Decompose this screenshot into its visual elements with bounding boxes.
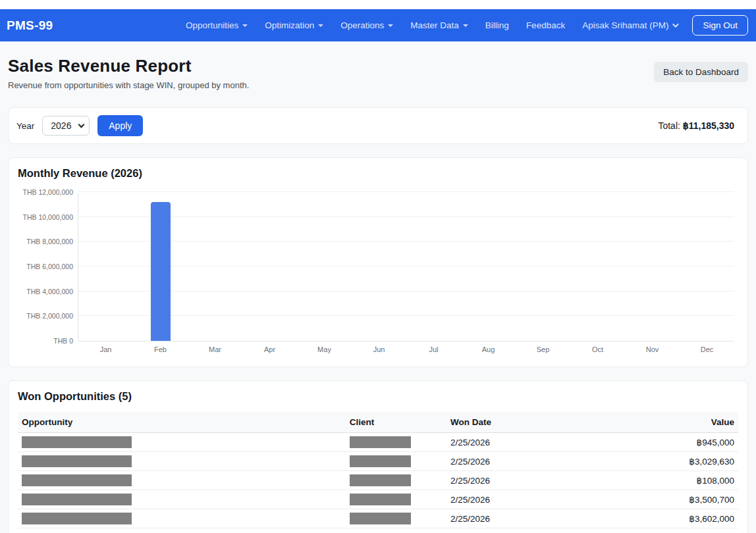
column-header-value: Value: [601, 412, 738, 433]
x-axis-tick-label: Aug: [469, 345, 508, 353]
total-value: ฿11,185,330: [683, 120, 734, 131]
y-axis-tick-label: THB 4,000,000: [14, 288, 73, 295]
cell-value: ฿3,029,630: [601, 452, 738, 471]
won-opportunities-table: Opportunity Client Won Date Value 2/25/2…: [18, 412, 738, 528]
chart-plot-area: THB 0THB 2,000,000THB 4,000,000THB 6,000…: [78, 193, 734, 342]
monthly-revenue-card: Monthly Revenue (2026) THB 0THB 2,000,00…: [8, 157, 748, 367]
cell-value: ฿3,500,700: [601, 490, 738, 509]
table-row: 2/25/2026฿3,500,700: [18, 490, 738, 509]
redacted-client-name: [350, 474, 411, 486]
x-axis-tick-label: Nov: [633, 345, 672, 353]
cell-value: ฿945,000: [601, 433, 738, 452]
x-axis-tick-label: Feb: [141, 345, 180, 353]
page-subtitle: Revenue from opportunities with stage WI…: [8, 80, 249, 90]
x-axis-tick-label: Sep: [524, 345, 563, 353]
nav-item-feedback[interactable]: Feedback: [518, 15, 574, 36]
gridline: [78, 315, 734, 316]
cell-opportunity: [18, 452, 346, 471]
nav-item-label: Billing: [485, 20, 509, 30]
table-body: 2/25/2026฿945,0002/25/2026฿3,029,6302/25…: [18, 433, 738, 528]
cell-opportunity: [18, 471, 346, 490]
navbar: PMS-99 OpportunitiesOptimizationOperatio…: [0, 9, 756, 41]
nav-item-label: Operations: [340, 20, 384, 30]
cell-opportunity: [18, 433, 346, 452]
page-header-text: Sales Revenue Report Revenue from opport…: [8, 56, 249, 90]
y-axis-tick-label: THB 10,000,000: [14, 213, 73, 221]
back-to-dashboard-button[interactable]: Back to Dashboard: [654, 62, 748, 82]
gridline: [78, 216, 734, 217]
navbar-menu: OpportunitiesOptimizationOperationsMaste…: [177, 15, 686, 36]
year-select[interactable]: 2026: [42, 116, 90, 136]
y-axis-tick-label: THB 0: [14, 337, 73, 345]
brand-logo[interactable]: PMS-99: [7, 18, 53, 33]
table-row: 2/25/2026฿945,000: [18, 433, 738, 452]
nav-item-label: Apisak Srihamat (PM): [582, 20, 668, 30]
x-axis-tick-label: Jun: [360, 345, 399, 353]
y-axis-tick-label: THB 8,000,000: [14, 238, 73, 245]
redacted-opportunity-name: [22, 513, 132, 524]
apply-button[interactable]: Apply: [97, 115, 143, 136]
x-axis-tick-label: Apr: [250, 345, 290, 353]
gridline: [78, 266, 734, 266]
chevron-down-icon: [672, 21, 679, 28]
top-strip: [0, 0, 756, 9]
nav-item-opportunities[interactable]: Opportunities: [177, 15, 256, 36]
nav-item-apisak-srihamat-pm[interactable]: Apisak Srihamat (PM): [574, 15, 686, 36]
chart-title: Monthly Revenue (2026): [18, 167, 738, 180]
filter-bar: Year 2026 Apply Total: ฿11,185,330: [8, 107, 748, 144]
cell-opportunity: [18, 490, 346, 509]
column-header-won-date: Won Date: [446, 412, 601, 433]
table-row: 2/25/2026฿108,000: [18, 471, 738, 490]
redacted-opportunity-name: [22, 474, 132, 486]
redacted-client-name: [350, 455, 411, 467]
nav-item-label: Master Data: [410, 20, 459, 30]
won-opportunities-title: Won Opportunities (5): [18, 390, 738, 403]
table-header: Opportunity Client Won Date Value: [18, 412, 738, 433]
column-header-client: Client: [346, 412, 446, 433]
total-revenue: Total: ฿11,185,330: [658, 120, 740, 131]
redacted-client-name: [350, 436, 411, 448]
cell-won-date: 2/25/2026: [446, 452, 601, 471]
nav-item-billing[interactable]: Billing: [477, 15, 518, 36]
column-header-opportunity: Opportunity: [18, 412, 346, 433]
chevron-down-icon: [318, 24, 323, 27]
y-axis-tick-label: THB 12,000,000: [14, 188, 73, 196]
cell-value: ฿108,000: [601, 471, 738, 490]
y-axis-tick-label: THB 6,000,000: [14, 263, 73, 270]
redacted-client-name: [350, 513, 411, 524]
x-axis-tick-label: Jul: [414, 345, 454, 353]
nav-item-label: Feedback: [526, 20, 565, 30]
page-title: Sales Revenue Report: [8, 56, 249, 76]
x-axis-tick-label: Dec: [688, 345, 727, 353]
chevron-down-icon: [242, 24, 248, 27]
x-axis-tick-label: May: [305, 345, 344, 353]
total-label: Total:: [658, 120, 680, 131]
bar-feb: [151, 202, 171, 341]
nav-item-operations[interactable]: Operations: [332, 15, 402, 36]
cell-won-date: 2/25/2026: [446, 490, 601, 509]
page-content: Sales Revenue Report Revenue from opport…: [0, 41, 756, 533]
redacted-opportunity-name: [22, 436, 132, 448]
page-header: Sales Revenue Report Revenue from opport…: [8, 41, 748, 90]
nav-item-optimization[interactable]: Optimization: [256, 15, 332, 36]
table-row: 2/25/2026฿3,602,000: [18, 509, 738, 528]
y-axis-tick-label: THB 2,000,000: [14, 312, 73, 320]
cell-client: [346, 471, 446, 490]
cell-won-date: 2/25/2026: [446, 509, 601, 528]
cell-value: ฿3,602,000: [601, 509, 738, 528]
cell-client: [346, 433, 446, 452]
year-label: Year: [16, 121, 34, 131]
year-select-wrap: 2026: [42, 116, 90, 136]
cell-won-date: 2/25/2026: [446, 433, 601, 452]
cell-client: [346, 452, 446, 471]
won-opportunities-card: Won Opportunities (5) Opportunity Client…: [8, 380, 748, 533]
x-axis-tick-label: Oct: [578, 345, 618, 353]
gridline: [78, 241, 734, 241]
redacted-opportunity-name: [22, 455, 132, 467]
chevron-down-icon: [463, 24, 468, 27]
x-axis-tick-label: Mar: [196, 345, 235, 353]
nav-item-master-data[interactable]: Master Data: [402, 15, 477, 36]
nav-item-label: Optimization: [265, 20, 314, 30]
sign-out-button[interactable]: Sign Out: [692, 15, 748, 36]
redacted-client-name: [350, 494, 411, 505]
